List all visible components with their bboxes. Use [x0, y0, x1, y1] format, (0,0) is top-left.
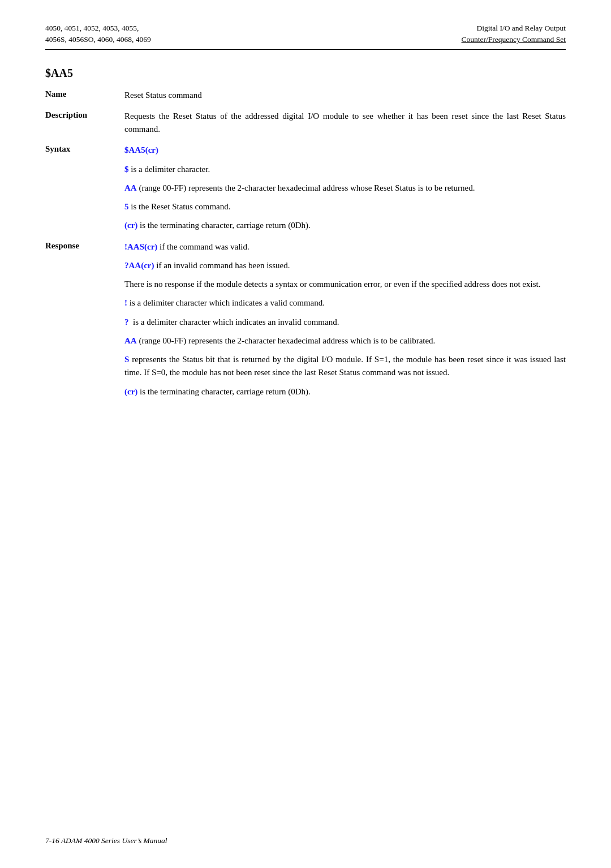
- header-left-line1: 4050, 4051, 4052, 4053, 4055,: [45, 23, 151, 34]
- description-value: Requests the Reset Status of the address…: [124, 110, 566, 144]
- syntax-label: Syntax: [45, 144, 124, 240]
- header-right-line2: Counter/Frequency Command Set: [462, 34, 566, 45]
- response-item-5: AA (range 00-FF) represents the 2-charac…: [124, 334, 566, 347]
- syntax-row: Syntax $AA5(cr) $ is a delimiter charact…: [45, 144, 566, 240]
- response-item-0: !AAS(cr) if the command was valid.: [124, 240, 566, 253]
- response-cr: (cr): [124, 387, 137, 396]
- syntax-aa: AA: [124, 183, 137, 192]
- name-text: Reset Status command: [124, 89, 566, 102]
- response-item-4: ? is a delimiter character which indicat…: [124, 316, 566, 329]
- response-item-6: S represents the Status bit that is retu…: [124, 353, 566, 380]
- response-aa2: AA: [124, 336, 137, 345]
- syntax-item-1: AA (range 00-FF) represents the 2-charac…: [124, 182, 566, 195]
- syntax-cr: (cr): [124, 221, 137, 230]
- page: 4050, 4051, 4052, 4053, 4055, 4056S, 405…: [0, 0, 611, 868]
- response-aas: !AAS(cr): [124, 242, 157, 251]
- syntax-item-3: (cr) is the terminating character, carri…: [124, 219, 566, 232]
- page-header: 4050, 4051, 4052, 4053, 4055, 4056S, 405…: [45, 23, 566, 50]
- content-table: Name Reset Status command Description Re…: [45, 89, 566, 406]
- page-footer: 7-16 ADAM 4000 Series User’s Manual: [45, 836, 167, 845]
- command-title: $AA5: [45, 67, 566, 80]
- response-item-2: There is no response if the module detec…: [124, 278, 566, 291]
- description-text: Requests the Reset Status of the address…: [124, 110, 566, 136]
- header-left: 4050, 4051, 4052, 4053, 4055, 4056S, 405…: [45, 23, 151, 46]
- syntax-5: 5: [124, 202, 129, 211]
- syntax-value: $AA5(cr) $ is a delimiter character. AA …: [124, 144, 566, 240]
- response-value: !AAS(cr) if the command was valid. ?AA(c…: [124, 240, 566, 406]
- header-right-line1: Digital I/O and Relay Output: [462, 23, 566, 34]
- syntax-dollar: $: [124, 165, 129, 174]
- description-label: Description: [45, 110, 124, 144]
- response-excl: !: [124, 298, 127, 307]
- syntax-code: $AA5(cr): [124, 144, 566, 157]
- name-value: Reset Status command: [124, 89, 566, 110]
- description-row: Description Requests the Reset Status of…: [45, 110, 566, 144]
- header-left-line2: 4056S, 4056SO, 4060, 4068, 4069: [45, 34, 151, 45]
- response-row: Response !AAS(cr) if the command was val…: [45, 240, 566, 406]
- syntax-item-0: $ is a delimiter character.: [124, 163, 566, 176]
- name-row: Name Reset Status command: [45, 89, 566, 110]
- response-item-7: (cr) is the terminating character, carri…: [124, 385, 566, 398]
- response-item-3: ! is a delimiter character which indicat…: [124, 297, 566, 310]
- syntax-code-text: $AA5(cr): [124, 145, 158, 154]
- syntax-item-2: 5 is the Reset Status command.: [124, 200, 566, 213]
- response-qmark: ?: [124, 317, 129, 326]
- name-label: Name: [45, 89, 124, 110]
- response-s: S: [124, 355, 129, 364]
- response-item-1: ?AA(cr) if an invalid command has been i…: [124, 259, 566, 272]
- header-right: Digital I/O and Relay Output Counter/Fre…: [462, 23, 566, 46]
- response-qaa: ?AA(cr): [124, 261, 154, 270]
- response-label: Response: [45, 240, 124, 406]
